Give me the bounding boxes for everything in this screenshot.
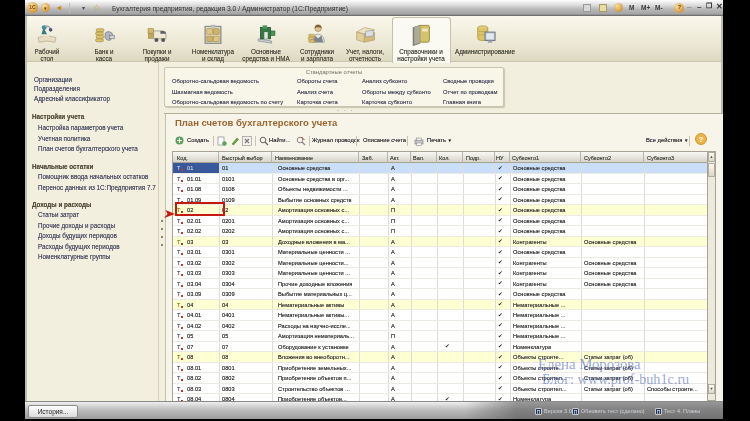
svg-text:?: ?: [699, 135, 704, 144]
